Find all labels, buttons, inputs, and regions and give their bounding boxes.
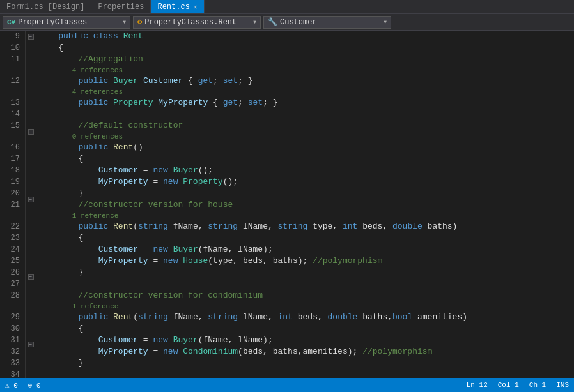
line-num-ref1 xyxy=(3,65,20,75)
line-num-10: 10 xyxy=(3,42,20,54)
line-num-19: 19 xyxy=(3,176,20,188)
collapse-row-35: − xyxy=(28,338,34,348)
ref-line-5: 1 reference xyxy=(38,301,574,312)
code-line-25: MyProperty = new House(type, beds, baths… xyxy=(38,255,574,267)
nav-bar: C# PropertyClasses ▼ ⚙ PropertyClasses.R… xyxy=(0,14,574,31)
line-num-9: 9 xyxy=(3,31,20,42)
status-ch: Ch 1 xyxy=(529,381,546,389)
code-line-13: public Property MyProperty { get; set; } xyxy=(38,97,574,109)
line-num-ref5 xyxy=(3,301,20,312)
line-num-27: 27 xyxy=(3,278,20,290)
editor: 9 10 11 12 13 14 15 16 17 18 19 20 21 22… xyxy=(0,31,574,378)
line-num-13: 13 xyxy=(3,97,20,109)
collapse-btn-35[interactable]: − xyxy=(28,342,34,347)
collapse-row-16: − xyxy=(28,126,34,135)
line-num-ref3 xyxy=(3,132,20,142)
code-line-32: MyProperty = new Condominium(beds, baths… xyxy=(38,346,574,358)
close-icon[interactable]: ✕ xyxy=(194,3,198,11)
collapse-row-9: − xyxy=(28,31,34,40)
class-icon: C# xyxy=(7,19,15,26)
tab-form1-design[interactable]: Form1.cs [Design] xyxy=(0,0,91,13)
symbol-dropdown-value: Customer xyxy=(280,18,317,27)
collapse-column: − − − − xyxy=(26,31,36,378)
ref-line-3: 0 references xyxy=(38,132,574,142)
code-line-19: MyProperty = new Property(); xyxy=(38,176,574,188)
code-area[interactable]: public class Rent { //Aggregation 4 refe… xyxy=(36,31,574,378)
line-num-17: 17 xyxy=(3,153,20,165)
code-line-34 xyxy=(38,369,574,378)
symbol-dropdown[interactable]: 🔧 Customer ▼ xyxy=(263,16,391,29)
code-line-26: } xyxy=(38,267,574,278)
code-line-17: { xyxy=(38,153,574,165)
code-line-29: public Rent(string fName, string lName, … xyxy=(38,312,574,323)
line-num-30: 30 xyxy=(3,323,20,335)
ref-line-1: 4 references xyxy=(38,65,574,75)
member-icon: ⚙ xyxy=(137,17,142,27)
code-line-14 xyxy=(38,109,574,120)
ref-line-4: 1 reference xyxy=(38,211,574,221)
line-num-18: 18 xyxy=(3,165,20,176)
collapse-btn-22[interactable]: − xyxy=(28,197,34,202)
status-line: Ln 12 xyxy=(467,381,488,389)
member-dropdown[interactable]: ⚙ PropertyClasses.Rent ▼ xyxy=(133,16,261,29)
class-dropdown-value: PropertyClasses xyxy=(18,18,87,27)
line-num-23: 23 xyxy=(3,232,20,244)
code-line-20: } xyxy=(38,188,574,199)
code-line-15: //default constructor xyxy=(38,120,574,132)
code-line-27 xyxy=(38,278,574,290)
line-num-29: 29 xyxy=(3,312,20,323)
status-ins: INS xyxy=(556,381,569,389)
line-num-16: 16 xyxy=(3,142,20,153)
line-num-33: 33 xyxy=(3,358,20,369)
status-col: Col 1 xyxy=(498,381,519,389)
member-dropdown-value: PropertyClasses.Rent xyxy=(144,18,237,27)
collapse-btn-16[interactable]: − xyxy=(28,129,34,135)
line-num-20: 20 xyxy=(3,188,20,199)
status-warnings: ⚠ 0 xyxy=(5,381,18,389)
status-errors: ⊗ 0 xyxy=(28,381,41,389)
line-num-31: 31 xyxy=(3,335,20,346)
wrench-icon: 🔧 xyxy=(268,17,277,27)
tab-rentcs[interactable]: Rent.cs ✕ xyxy=(151,0,204,13)
line-num-11: 11 xyxy=(3,54,20,65)
line-numbers: 9 10 11 12 13 14 15 16 17 18 19 20 21 22… xyxy=(0,31,26,378)
code-line-10: { xyxy=(38,42,574,54)
code-line-18: Customer = new Buyer(); xyxy=(38,165,574,176)
ref-line-2: 4 references xyxy=(38,87,574,97)
line-num-12: 12 xyxy=(3,75,20,87)
chevron-down-icon: ▼ xyxy=(123,19,126,25)
line-num-22: 22 xyxy=(3,221,20,232)
code-line-21: //constructor version for house xyxy=(38,199,574,211)
class-dropdown[interactable]: C# PropertyClasses ▼ xyxy=(3,16,130,29)
line-num-21: 21 xyxy=(3,199,20,211)
code-line-12: public Buyer Customer { get; set; } xyxy=(38,75,574,87)
chevron-down-icon3: ▼ xyxy=(384,19,387,25)
line-num-24: 24 xyxy=(3,244,20,255)
code-line-33: } xyxy=(38,358,574,369)
line-num-25: 25 xyxy=(3,255,20,267)
line-num-15: 15 xyxy=(3,120,20,132)
title-bar: Form1.cs [Design] Properties Rent.cs ✕ xyxy=(0,0,574,14)
code-line-28: //constructor version for condominium xyxy=(38,290,574,301)
code-line-30: { xyxy=(38,323,574,335)
status-bar: ⚠ 0 ⊗ 0 Ln 12 Col 1 Ch 1 INS xyxy=(0,378,574,392)
tab-properties-label: Properties xyxy=(98,3,144,11)
line-num-32: 32 xyxy=(3,346,20,358)
line-num-34: 34 xyxy=(3,369,20,378)
code-line-16: public Rent() xyxy=(38,142,574,153)
line-num-ref4 xyxy=(3,211,20,221)
code-line-23: { xyxy=(38,232,574,244)
chevron-down-icon2: ▼ xyxy=(253,19,256,25)
collapse-btn-9[interactable]: − xyxy=(28,34,34,40)
line-num-ref2 xyxy=(3,87,20,97)
tab-rentcs-label: Rent.cs xyxy=(157,3,189,11)
collapse-btn-29[interactable]: − xyxy=(28,274,34,280)
code-line-22: public Rent(string fName, string lName, … xyxy=(38,221,574,232)
tab-properties[interactable]: Properties xyxy=(91,0,151,13)
code-line-11: //Aggregation xyxy=(38,54,574,65)
line-num-26: 26 xyxy=(3,267,20,278)
tab-form1-design-label: Form1.cs [Design] xyxy=(6,3,84,11)
line-num-14: 14 xyxy=(3,109,20,120)
code-line-24: Customer = new Buyer(fName, lName); xyxy=(38,244,574,255)
code-line-31: Customer = new Buyer(fName, lName); xyxy=(38,335,574,346)
